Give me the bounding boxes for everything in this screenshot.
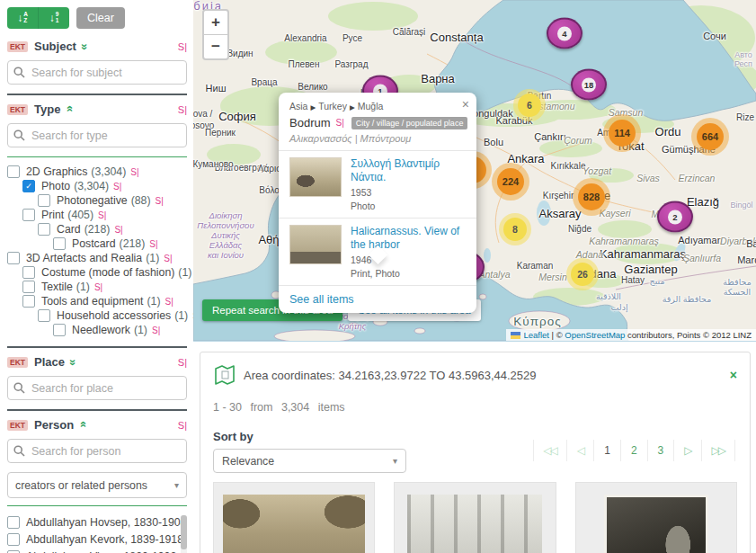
result-thumbnail[interactable] [407,495,542,553]
prev-page[interactable]: ◁ [567,440,594,461]
person-filter-option[interactable]: Abdullahyan Kevork, 1839-1918(3)S| [7,531,178,548]
page-2[interactable]: 2 [621,440,648,461]
s-marker[interactable]: S| [149,239,157,249]
s-marker[interactable]: S| [178,104,187,115]
type-filter-option[interactable]: 2D Graphics(3,304)S| [7,165,187,179]
s-marker[interactable]: S| [98,210,106,220]
map-container[interactable]: рбијаsova /osovoВидинAlexandriaРусеCălăr… [193,0,756,342]
checkbox[interactable] [7,550,20,553]
leaflet-link[interactable]: Leaflet [523,330,549,340]
scrollbar-thumb[interactable] [181,515,187,549]
s-marker[interactable]: S| [114,225,122,235]
item-title-link[interactable]: Halicarnassus. View of the harbor [351,225,466,252]
s-marker[interactable]: S| [178,41,187,52]
sort-alpha-button[interactable]: ↓ AZ [7,7,39,29]
checkbox[interactable] [7,252,20,264]
checkbox[interactable] [22,281,35,293]
checkbox[interactable] [38,309,50,322]
map-cluster[interactable]: 18 [571,69,607,101]
result-card[interactable] [213,482,375,553]
zoom-out-button[interactable]: − [204,35,227,58]
facet-header-person[interactable]: EKT Person » S| [7,418,187,432]
osm-link[interactable]: OpenStreetMap [565,330,625,340]
s-marker[interactable]: S| [152,326,160,335]
type-search-input[interactable] [7,123,187,147]
chevron-up-icon[interactable]: » [62,106,76,111]
chevron-down-icon[interactable]: » [67,359,80,364]
subject-search-input[interactable] [7,60,187,85]
type-filter-option[interactable]: Tools and equipment(1)S| [7,294,187,308]
s-marker[interactable]: S| [336,118,344,128]
result-thumbnail[interactable] [223,495,365,553]
type-filter-option[interactable]: Print(405)S| [7,208,187,222]
type-filter-option[interactable]: ✓Photo(3,304)S| [7,179,187,193]
map-cluster[interactable]: 4 [547,18,583,49]
last-page[interactable]: ▷▷ [702,440,735,461]
map-cluster[interactable]: 26 [566,258,599,290]
s-marker[interactable]: S| [113,182,121,192]
type-filter-option[interactable]: 3D Artefacts and Realia(1)S| [7,251,187,265]
facet-header-place[interactable]: EKT Place » S| [7,355,187,369]
s-marker[interactable]: S| [130,167,138,177]
person-search-input[interactable] [7,439,187,463]
person-filter-option[interactable]: Abdullahyan Viçen, 1820-1902(3)S| [7,548,178,553]
checkbox[interactable] [7,165,20,178]
next-page[interactable]: ▷ [674,440,701,461]
type-filter-option[interactable]: Photonegative(88)S| [7,193,187,208]
result-card[interactable] [575,482,737,553]
s-marker[interactable]: S| [165,297,173,307]
person-filter-option[interactable]: Abdullahyan Hovsep, 1830-1908(3)S| [7,513,178,531]
chevron-down-icon[interactable]: » [78,43,92,49]
map-cluster[interactable]: 6 [513,89,546,121]
result-card[interactable] [394,482,556,553]
type-filter-option[interactable]: Textile(1)S| [7,280,187,294]
map-cluster[interactable]: 2 [657,201,693,233]
checkbox[interactable] [22,266,35,279]
facet-header-subject[interactable]: EKT Subject » S| [7,40,187,53]
checkbox[interactable] [53,324,66,336]
map-cluster[interactable]: 114 [603,114,641,152]
page-1[interactable]: 1 [594,440,621,461]
s-marker[interactable]: S| [178,420,187,431]
type-filter-option[interactable]: Postcard(218)S| [7,236,187,251]
person-role-select[interactable]: creators or related persons ▾ [7,472,187,498]
first-page[interactable]: ◁◁ [533,440,567,461]
type-filter-option[interactable]: Costume (mode of fashion)(1)S| [7,265,187,280]
clear-filters-button[interactable]: Clear [76,7,125,29]
s-marker[interactable]: S| [164,254,172,263]
see-all-items-link[interactable]: See all items [289,293,466,306]
map-cluster[interactable]: 224 [492,163,529,201]
breadcrumb-item[interactable]: Muğla [358,101,384,111]
person-list-scrollbar[interactable] [181,515,187,553]
breadcrumb-item[interactable]: Asia [289,101,307,111]
checkbox[interactable] [38,194,50,207]
type-filter-option[interactable]: Household accessories(1)S| [7,308,187,323]
checkbox[interactable] [22,209,35,221]
item-thumbnail[interactable] [289,225,342,264]
breadcrumb-item[interactable]: Turkey [318,101,347,111]
checkbox[interactable] [53,237,66,250]
type-filter-option[interactable]: Needlework(1)S| [7,323,187,337]
checkbox[interactable] [38,223,50,236]
map-cluster[interactable]: 828 [573,178,610,216]
result-thumbnail[interactable] [604,495,708,553]
place-search-input[interactable] [7,376,187,400]
page-3[interactable]: 3 [648,440,675,461]
item-thumbnail[interactable] [289,157,342,197]
map-cluster[interactable]: 8 [499,213,531,245]
close-icon[interactable]: × [462,97,469,111]
s-marker[interactable]: S| [156,196,164,206]
zoom-in-button[interactable]: + [204,11,227,35]
s-marker[interactable]: S| [178,357,187,368]
map-cluster[interactable]: 664 [691,118,729,156]
item-title-link[interactable]: Συλλογή Βλαντιμίρ Νάντια. [351,157,466,184]
sort-numeric-button[interactable]: ↓ 91 [39,7,69,29]
checkbox[interactable] [7,516,20,529]
facet-header-type[interactable]: EKT Type » S| [7,103,187,116]
checkbox[interactable] [7,533,20,546]
remove-area-filter-icon[interactable]: × [730,368,737,382]
sort-select[interactable]: Relevance ▾ [213,449,406,473]
checkbox[interactable] [22,295,35,308]
checkbox[interactable]: ✓ [22,180,35,192]
chevron-up-icon[interactable]: » [76,422,89,427]
